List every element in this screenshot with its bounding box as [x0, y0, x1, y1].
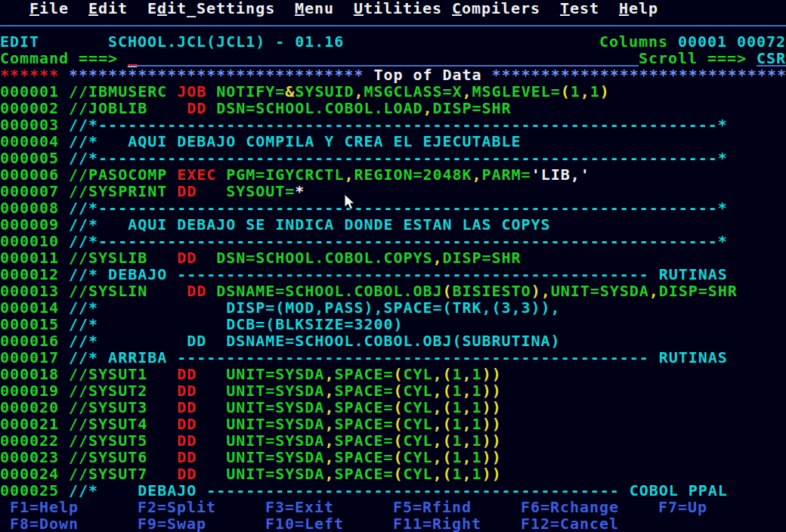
editor-line[interactable]: 000011 //SYSLIB DD DSN=SCHOOL.COBOL.COPY… — [0, 249, 786, 266]
fkey-f3[interactable]: F3=Exit — [265, 499, 334, 515]
editor-line[interactable]: 000015 //* DCB=(BLKSIZE=3200) — [0, 316, 786, 332]
editor-line[interactable]: 000023 //SYSUT6 DD UNIT=SYSDA,SPACE=(CYL… — [0, 449, 786, 466]
fkey-f6[interactable]: F6=Rchange — [521, 499, 619, 515]
dataset-title: SCHOOL.JCL(JCL1) - 01.16 — [108, 33, 344, 50]
fkey-row-2: F8=DownF9=SwapF10=LeftF11=RightF12=Cance… — [0, 515, 786, 532]
fkey-f7[interactable]: F7=Up — [658, 499, 707, 515]
editor-line[interactable]: 000021 //SYSUT4 DD UNIT=SYSDA,SPACE=(CYL… — [0, 416, 786, 432]
screen-mode-label: EDIT — [0, 33, 39, 50]
scroll-value-field[interactable]: CSR — [757, 50, 786, 66]
editor-line[interactable]: 000007 //SYSPRINT DD SYSOUT=* — [0, 183, 786, 200]
mouse-pointer — [344, 194, 356, 211]
editor-line[interactable]: 000003 //*------------------------------… — [0, 116, 786, 133]
editor-line[interactable]: 000020 //SYSUT3 DD UNIT=SYSDA,SPACE=(CYL… — [0, 399, 786, 416]
editor-line[interactable]: 000014 //* DISP=(MOD,PASS),SPACE=(TRK,(3… — [0, 299, 786, 316]
editor-line[interactable]: 000010 //*------------------------------… — [0, 233, 786, 249]
editor-line[interactable]: 000002 //JOBLIB DD DSN=SCHOOL.COBOL.LOAD… — [0, 100, 786, 116]
columns-label: Columns — [599, 33, 668, 50]
menu-item-help[interactable]: Help — [619, 0, 658, 17]
fkey-f8[interactable]: F8=Down — [10, 515, 79, 532]
editor-line[interactable]: 000024 //SYSUT7 DD UNIT=SYSDA,SPACE=(CYL… — [0, 466, 786, 482]
editor-line[interactable]: 000001 //IBMUSERC JOB NOTIFY=&SYSUID,MSG… — [0, 83, 786, 100]
fkey-row-1: F1=HelpF2=SplitF3=ExitF5=RfindF6=Rchange… — [0, 499, 786, 515]
fkey-f1[interactable]: F1=Help — [10, 499, 79, 515]
editor-line[interactable]: 000025 //* DEBAJO ----------------------… — [0, 482, 786, 499]
command-row: Command ===> _ Scroll ===> CSR — [0, 50, 786, 66]
menu-item-file[interactable]: File — [29, 0, 69, 17]
menu-item-menu[interactable]: Menu — [295, 0, 334, 17]
fkey-f2[interactable]: F2=Split — [138, 499, 216, 515]
menu-separator-line — [0, 25, 786, 26]
editor-line[interactable]: 000013 //SYSLIN DD DSNAME=SCHOOL.COBOL.O… — [0, 283, 786, 299]
menu-item-compilers[interactable]: Compilers — [452, 0, 540, 17]
editor-line[interactable]: 000008 //*------------------------------… — [0, 200, 786, 216]
header-row: EDIT SCHOOL.JCL(JCL1) - 01.16 Columns 00… — [0, 33, 786, 50]
editor-line[interactable]: 000006 //PASOCOMP EXEC PGM=IGYCRCTL,REGI… — [0, 166, 786, 183]
fkey-f9[interactable]: F9=Swap — [138, 515, 206, 532]
menu-item-test[interactable]: Test — [560, 0, 599, 17]
menu-item-edit[interactable]: Edit — [88, 0, 128, 17]
editor-line[interactable]: 000022 //SYSUT5 DD UNIT=SYSDA,SPACE=(CYL… — [0, 432, 786, 449]
editor-line[interactable]: 000004 //* AQUI DEBAJO COMPILA Y CREA EL… — [0, 133, 786, 150]
scroll-label: Scroll ===> — [639, 50, 747, 66]
menu-bar: FileEditEdit_SettingsMenuUtilitiesCompil… — [0, 0, 786, 17]
editor-line[interactable]: 000018 //SYSUT1 DD UNIT=SYSDA,SPACE=(CYL… — [0, 366, 786, 382]
fkey-f5[interactable]: F5=Rfind — [393, 499, 472, 515]
fkey-f12[interactable]: F12=Cancel — [521, 515, 619, 532]
columns-value: 00001 00072 — [678, 33, 786, 50]
editor-line[interactable]: 000005 //*------------------------------… — [0, 150, 786, 166]
menu-item-utilities[interactable]: Utilities — [354, 0, 442, 17]
terminal-screen: FileEditEdit_SettingsMenuUtilitiesCompil… — [0, 0, 786, 532]
editor-line[interactable]: 000012 //* DEBAJO ----------------------… — [0, 266, 786, 283]
menu-item-edit-settings[interactable]: Edit_Settings — [147, 0, 275, 17]
editor-line[interactable]: 000009 //* AQUI DEBAJO SE INDICA DONDE E… — [0, 216, 786, 233]
fkey-f10[interactable]: F10=Left — [265, 515, 344, 532]
top-of-data-line: ****** ****************************** To… — [0, 66, 786, 83]
command-label: Command ===> — [0, 50, 118, 66]
editor-line[interactable]: 000016 //* DD DSNAME=SCHOOL.COBOL.OBJ(SU… — [0, 332, 786, 349]
editor-line[interactable]: 000017 //* ARRIBA ----------------------… — [0, 349, 786, 366]
editor-line[interactable]: 000019 //SYSUT2 DD UNIT=SYSDA,SPACE=(CYL… — [0, 382, 786, 399]
fkey-f11[interactable]: F11=Right — [393, 515, 481, 532]
